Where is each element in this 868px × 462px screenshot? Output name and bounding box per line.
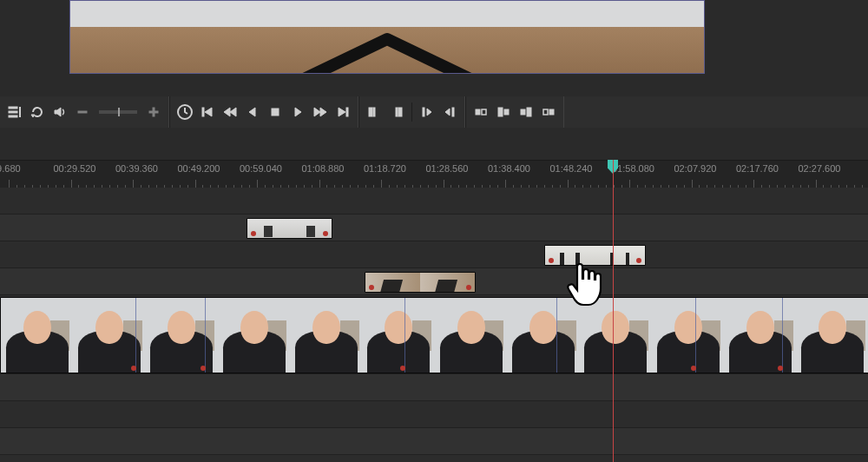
fast-fwd-icon[interactable] bbox=[311, 102, 330, 122]
plus-icon[interactable] bbox=[144, 102, 163, 122]
svg-rect-0 bbox=[9, 107, 17, 109]
arrange-a-icon[interactable] bbox=[471, 102, 490, 122]
svg-rect-18 bbox=[498, 108, 503, 116]
ruler-label: 00:59.040 bbox=[240, 163, 282, 174]
ruler-label: 00:49.200 bbox=[178, 163, 220, 174]
track-a3[interactable] bbox=[0, 428, 868, 455]
track-a4[interactable] bbox=[0, 455, 868, 462]
clip-thumbnail bbox=[146, 298, 218, 373]
arrange-c-icon[interactable] bbox=[516, 102, 536, 122]
ruler-label: 00:39.360 bbox=[115, 163, 158, 174]
preview-monitor[interactable] bbox=[69, 0, 705, 74]
clip-thumbnail bbox=[363, 298, 435, 373]
volume-slider[interactable] bbox=[99, 110, 137, 114]
svg-rect-16 bbox=[476, 109, 480, 115]
svg-rect-22 bbox=[543, 109, 548, 115]
clip-thumbnail bbox=[290, 298, 362, 373]
svg-rect-17 bbox=[482, 109, 486, 115]
skip-end-icon[interactable] bbox=[333, 102, 352, 122]
svg-rect-1 bbox=[9, 111, 17, 113]
clip-v1-main[interactable] bbox=[0, 297, 868, 373]
split-right-icon[interactable] bbox=[387, 102, 406, 122]
ruler-label: 01:58.080 bbox=[612, 163, 654, 174]
toolbar-group-arrange bbox=[465, 96, 564, 128]
clip-v2a[interactable] bbox=[544, 245, 646, 266]
clip-thumbnail bbox=[580, 298, 652, 373]
clock-icon[interactable] bbox=[175, 102, 194, 122]
clip-thumbnail bbox=[797, 298, 868, 373]
svg-rect-20 bbox=[521, 109, 525, 115]
ruler-label: 19.680 bbox=[0, 163, 21, 174]
clip-v3[interactable] bbox=[247, 218, 332, 239]
clip-thumbnail bbox=[1, 298, 73, 373]
loop-icon[interactable] bbox=[28, 102, 47, 122]
svg-rect-19 bbox=[504, 109, 509, 115]
svg-rect-10 bbox=[369, 108, 372, 116]
svg-rect-11 bbox=[373, 108, 375, 116]
svg-rect-21 bbox=[527, 108, 531, 116]
ruler-label: 01:38.400 bbox=[488, 163, 530, 174]
svg-rect-5 bbox=[153, 108, 155, 116]
toolbar-group-edit bbox=[358, 96, 465, 128]
clip-thumbnail bbox=[724, 298, 796, 373]
ruler-label: 02:07.920 bbox=[674, 163, 717, 174]
track-a1[interactable] bbox=[0, 374, 868, 401]
clip-thumbnail bbox=[507, 298, 579, 373]
transport-toolbar bbox=[0, 96, 868, 128]
toolbar-group-transport bbox=[169, 96, 358, 128]
track-a2[interactable] bbox=[0, 401, 868, 428]
toolbar-group-modes bbox=[0, 96, 169, 128]
ruler-label: 00:29.520 bbox=[54, 163, 96, 174]
svg-rect-15 bbox=[452, 108, 454, 116]
step-back-icon[interactable] bbox=[243, 102, 262, 122]
svg-rect-7 bbox=[202, 108, 204, 116]
svg-rect-8 bbox=[272, 109, 279, 116]
ruler-label: 02:17.760 bbox=[736, 163, 779, 174]
clip-v2b[interactable] bbox=[365, 272, 476, 293]
split-left-icon[interactable] bbox=[365, 102, 384, 122]
ruler-label: 01:28.560 bbox=[426, 163, 469, 174]
preview-frame bbox=[70, 1, 704, 73]
minus-icon[interactable] bbox=[73, 102, 92, 122]
clip-thumbnail bbox=[435, 298, 507, 373]
track-v4[interactable] bbox=[0, 188, 868, 214]
timeline-tracks[interactable] bbox=[0, 188, 868, 462]
track-v3[interactable] bbox=[0, 214, 868, 241]
timeline-ruler[interactable]: 19.68000:29.52000:39.36000:49.20000:59.0… bbox=[0, 160, 868, 189]
preview-area bbox=[0, 0, 868, 80]
svg-rect-9 bbox=[346, 108, 348, 116]
ruler-label: 01:08.880 bbox=[302, 163, 345, 174]
svg-rect-3 bbox=[78, 111, 87, 113]
svg-rect-2 bbox=[9, 116, 17, 117]
list-icon[interactable] bbox=[5, 102, 24, 122]
stop-icon[interactable] bbox=[266, 102, 285, 122]
ruler-label: 01:18.720 bbox=[364, 163, 406, 174]
svg-rect-12 bbox=[396, 108, 398, 116]
svg-rect-13 bbox=[398, 108, 402, 116]
speaker-icon[interactable] bbox=[50, 102, 69, 122]
svg-rect-23 bbox=[549, 109, 554, 115]
track-v2b[interactable] bbox=[0, 268, 868, 295]
clip-thumbnail bbox=[218, 298, 290, 373]
play-icon[interactable] bbox=[288, 102, 307, 122]
ruler-label: 01:48.240 bbox=[550, 163, 593, 174]
svg-rect-14 bbox=[423, 108, 424, 116]
clip-thumbnail bbox=[652, 298, 724, 373]
arrange-b-icon[interactable] bbox=[494, 102, 513, 122]
ruler-label: 02:27.600 bbox=[799, 163, 841, 174]
skip-start-icon[interactable] bbox=[198, 102, 217, 122]
track-v2a[interactable] bbox=[0, 241, 868, 268]
in-point-icon[interactable] bbox=[418, 102, 437, 122]
arrange-d-icon[interactable] bbox=[539, 102, 558, 122]
out-point-icon[interactable] bbox=[440, 102, 459, 122]
track-v1[interactable] bbox=[0, 295, 868, 374]
rewind-icon[interactable] bbox=[220, 102, 240, 122]
